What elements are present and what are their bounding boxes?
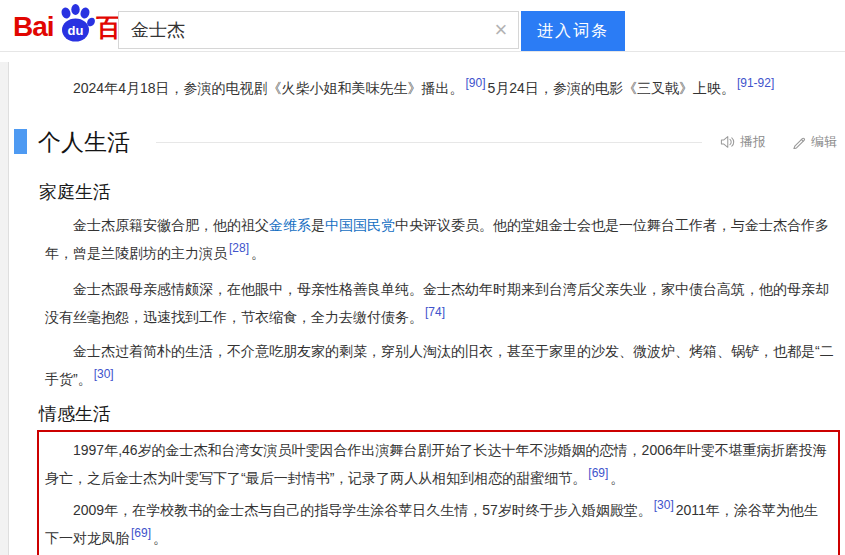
section-title: 个人生活 bbox=[38, 127, 130, 158]
subsection-title-romance-life: 情感生活 bbox=[39, 402, 845, 426]
search-box: × bbox=[118, 11, 519, 49]
play-audio-label: 播报 bbox=[740, 133, 766, 151]
reference-sup[interactable]: [28] bbox=[229, 241, 249, 255]
entry-link[interactable]: 金维系 bbox=[269, 217, 311, 233]
edit-label: 编辑 bbox=[811, 133, 837, 151]
reference-sup[interactable]: [69] bbox=[588, 466, 608, 480]
text-run: 。 bbox=[610, 470, 624, 486]
family-paragraph-1: 金士杰原籍安徽合肥，他的祖父金维系是中国国民党中央评议委员。他的堂姐金士会也是一… bbox=[45, 211, 839, 267]
intro-paragraph: 2024年4月18日，参演的电视剧《火柴小姐和美味先生》播出。[90]5月24日… bbox=[45, 74, 839, 102]
enter-entry-button[interactable]: 进入词条 bbox=[521, 11, 625, 51]
site-header: Bai du 百科 × 进入词条 bbox=[0, 0, 845, 52]
search-input[interactable] bbox=[119, 20, 484, 41]
subsection-title-family-life: 家庭生活 bbox=[39, 180, 845, 204]
text-run: 金士杰过着简朴的生活，不介意吃朋友家的剩菜，穿别人淘汰的旧衣，甚至于家里的沙发、… bbox=[45, 343, 834, 387]
logo-text-bai: Bai bbox=[13, 11, 54, 43]
edit-button[interactable]: 编辑 bbox=[792, 133, 837, 151]
highlight-annotation-box: 1997年,46岁的金士杰和台湾女演员叶雯因合作出演舞台剧开始了长达十年不涉婚姻… bbox=[37, 430, 840, 555]
play-audio-button[interactable]: 播报 bbox=[720, 133, 766, 151]
reference-sup[interactable]: [30] bbox=[654, 498, 674, 512]
section-divider-line bbox=[156, 142, 702, 143]
baidu-paw-icon: du bbox=[56, 3, 96, 49]
section-marker-bar bbox=[14, 129, 27, 154]
reference-sup[interactable]: [69] bbox=[131, 526, 151, 540]
family-paragraph-2: 金士杰跟母亲感情颇深，在他眼中，母亲性格善良单纯。金士杰幼年时期来到台湾后父亲失… bbox=[45, 275, 839, 331]
text-run: 是 bbox=[311, 217, 325, 233]
romance-paragraph-1: 1997年,46岁的金士杰和台湾女演员叶雯因合作出演舞台剧开始了长达十年不涉婚姻… bbox=[45, 436, 830, 492]
text-run: 5月24日，参演的电影《三叉戟》上映。 bbox=[488, 80, 735, 96]
reference-sup[interactable]: [90] bbox=[466, 76, 486, 90]
text-run: 。 bbox=[251, 245, 265, 261]
reference-sup[interactable]: [91-92] bbox=[737, 76, 774, 90]
text-run: 。 bbox=[153, 530, 167, 546]
article-panel: 2024年4月18日，参演的电视剧《火柴小姐和美味先生》播出。[90]5月24日… bbox=[9, 62, 845, 555]
text-run: 2009年，在学校教书的金士杰与自己的指导学生涂谷苹日久生情，57岁时终于步入婚… bbox=[73, 502, 652, 518]
clear-search-icon[interactable]: × bbox=[484, 12, 518, 48]
speaker-icon bbox=[720, 135, 735, 149]
section-actions: 播报 编辑 bbox=[720, 133, 837, 151]
reference-sup[interactable]: [74] bbox=[425, 305, 445, 319]
romance-paragraph-2: 2009年，在学校教书的金士杰与自己的指导学生涂谷苹日久生情，57岁时终于步入婚… bbox=[45, 496, 830, 552]
text-run: 1997年,46岁的金士杰和台湾女演员叶雯因合作出演舞台剧开始了长达十年不涉婚姻… bbox=[45, 442, 827, 486]
pencil-icon bbox=[792, 135, 806, 149]
family-paragraph-3: 金士杰过着简朴的生活，不介意吃朋友家的剩菜，穿别人淘汰的旧衣，甚至于家里的沙发、… bbox=[45, 337, 839, 393]
page-left-gutter bbox=[0, 62, 9, 555]
reference-sup[interactable]: [30] bbox=[94, 367, 114, 381]
entry-link[interactable]: 中国国民党 bbox=[325, 217, 395, 233]
section-header-personal-life: 个人生活 播报 bbox=[38, 126, 845, 158]
text-run: 2024年4月18日，参演的电视剧《火柴小姐和美味先生》播出。 bbox=[73, 80, 464, 96]
logo-text-du: du bbox=[67, 23, 83, 38]
text-run: 金士杰原籍安徽合肥，他的祖父 bbox=[73, 217, 269, 233]
